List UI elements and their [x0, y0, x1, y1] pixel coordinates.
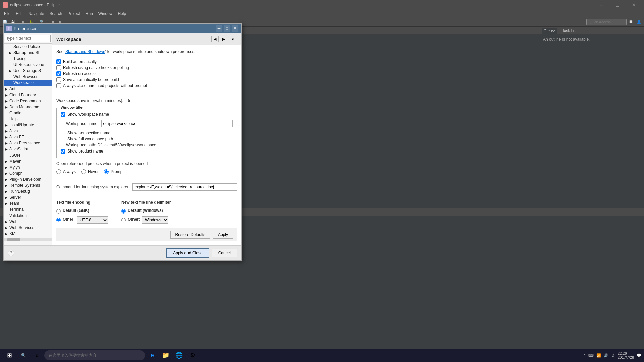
menu-search[interactable]: Search — [47, 11, 65, 17]
radio-default-windows[interactable] — [121, 209, 126, 214]
refresh-on-access-checkbox[interactable] — [56, 71, 61, 76]
tree-item-remote-systems[interactable]: ▶Remote Systems — [4, 182, 52, 188]
menu-help[interactable]: Help — [115, 11, 129, 17]
tree-item-run-debug[interactable]: ▶Run/Debug — [4, 188, 52, 194]
tree-item-maven[interactable]: ▶Maven — [4, 158, 52, 164]
tree-item-mylyn[interactable]: ▶Mylyn — [4, 164, 52, 170]
show-product-checkbox[interactable] — [61, 149, 65, 154]
tree-item-service-policies[interactable]: Service Policie — [4, 44, 52, 50]
notification-icon[interactable]: 💬 — [637, 353, 641, 358]
tree-item-validation[interactable]: Validation — [4, 213, 52, 219]
maximize-button[interactable]: □ — [610, 0, 625, 10]
workspace-name-input[interactable] — [101, 120, 233, 127]
taskbar-app-chrome[interactable]: 🌐 — [173, 349, 185, 361]
tree-item-user-storage[interactable]: ▶User Storage S — [4, 68, 52, 74]
tree-item-gradle[interactable]: Gradle — [4, 110, 52, 116]
dialog-minimize[interactable]: ─ — [216, 25, 222, 32]
save-interval-input[interactable] — [126, 97, 237, 104]
person-btn[interactable]: 👤 — [635, 18, 643, 26]
menu-file[interactable]: File — [1, 11, 13, 17]
menu-window[interactable]: Window — [96, 11, 115, 17]
build-automatically-checkbox[interactable] — [56, 59, 61, 64]
show-perspective-checkbox[interactable] — [61, 131, 65, 135]
tree-item-install-update[interactable]: ▶Install/Update — [4, 122, 52, 128]
dialog-maximize[interactable]: □ — [224, 25, 230, 32]
tree-item-ant[interactable]: ▶Ant — [4, 86, 52, 92]
tree-item-tracing[interactable]: Tracing — [4, 56, 52, 62]
tree-item-web[interactable]: ▶Web — [4, 219, 52, 225]
radio-never[interactable] — [81, 169, 86, 174]
tree-item-data-management[interactable]: ▶Data Manageme — [4, 104, 52, 110]
tray-chevron[interactable]: ^ — [584, 353, 586, 357]
tree-item-cloud-foundry[interactable]: ▶Cloud Foundry — [4, 92, 52, 98]
tree-item-web-browser[interactable]: Web Browser — [4, 74, 52, 80]
apply-and-close-button[interactable]: Apply and Close — [166, 248, 209, 258]
tree-item-team[interactable]: ▶Team — [4, 200, 52, 206]
filter-input[interactable] — [5, 35, 51, 42]
preferences-icon: ⚙ — [6, 26, 12, 31]
tree-item-startup[interactable]: ▶Startup and SI — [4, 50, 52, 56]
save-before-build-checkbox[interactable] — [56, 77, 61, 82]
tree-item-java[interactable]: ▶Java — [4, 128, 52, 134]
show-full-path-checkbox[interactable] — [61, 137, 65, 141]
checkbox-refresh-native: Refresh using native hooks or polling — [56, 65, 237, 70]
menu-run[interactable]: Run — [83, 11, 96, 17]
arrow-icon: ▶ — [5, 99, 8, 103]
radio-always[interactable] — [56, 169, 61, 174]
perspective-btn[interactable]: 🔲 — [627, 18, 635, 26]
tree-item-code-recommender[interactable]: ▶Code Recommen… — [4, 98, 52, 104]
forward-button[interactable]: ▶ — [220, 36, 227, 42]
close-button[interactable]: ✕ — [626, 0, 641, 10]
cancel-button[interactable]: Cancel — [212, 249, 237, 257]
taskbar-app-settings[interactable]: ⚙ — [186, 349, 199, 361]
taskbar-app-explorer[interactable]: 📁 — [160, 349, 172, 361]
encoding-select[interactable]: UTF-8 UTF-16 ISO-8859-1 — [77, 216, 108, 224]
dialog-footer: ? Apply and Close Cancel — [4, 245, 241, 260]
taskbar-search-input[interactable] — [44, 350, 145, 360]
tree-item-javascript[interactable]: ▶JavaScript — [4, 146, 52, 152]
menu-project[interactable]: Project — [65, 11, 83, 17]
close-unrelated-checkbox[interactable] — [56, 83, 61, 88]
right-panel: Outline Task List An outline is not avai… — [540, 27, 644, 208]
tree-item-plugin-development[interactable]: ▶Plug-in Developm — [4, 176, 52, 182]
taskbar-app-ie[interactable]: e — [146, 349, 158, 361]
show-workspace-name-checkbox[interactable] — [61, 112, 65, 117]
taskbar-task-view[interactable]: ⧉ — [31, 349, 43, 361]
tree-item-json[interactable]: JSON — [4, 152, 52, 158]
radio-other-encoding[interactable] — [56, 218, 61, 222]
quick-access-input[interactable] — [586, 19, 627, 25]
menu-navigate[interactable]: Navigate — [25, 11, 47, 17]
dropdown-button[interactable]: ▼ — [229, 36, 237, 42]
tree-item-server[interactable]: ▶Server — [4, 194, 52, 200]
tree-item-xml[interactable]: ▶XML — [4, 231, 52, 237]
tab-outline[interactable]: Outline — [542, 28, 557, 34]
tree-item-java-persistence[interactable]: ▶Java Persistence — [4, 140, 52, 146]
tree-item-web-services[interactable]: ▶Web Services — [4, 225, 52, 231]
minimize-button[interactable]: ─ — [594, 0, 609, 10]
tree-item-oomph[interactable]: ▶Oomph — [4, 170, 52, 176]
dialog-close[interactable]: ✕ — [232, 25, 238, 32]
help-icon[interactable]: ? — [8, 250, 14, 256]
horizontal-scrollbar[interactable] — [4, 238, 52, 241]
radio-other-delimiter[interactable] — [121, 218, 126, 222]
tab-task-list[interactable]: Task List — [560, 28, 579, 33]
back-button[interactable]: ◀ — [211, 36, 219, 42]
delimiter-select[interactable]: Windows Unix Mac — [142, 216, 168, 224]
taskbar-search-icon[interactable]: 🔍 — [17, 349, 30, 361]
command-input[interactable] — [132, 183, 237, 191]
tree-item-help[interactable]: Help — [4, 116, 52, 122]
arrow-icon: ▶ — [5, 147, 8, 151]
tree-item-workspace[interactable]: Workspace — [4, 80, 52, 86]
tree-item-ui-responsiveness[interactable]: UI Responsivene — [4, 62, 52, 68]
tree-item-terminal[interactable]: Terminal — [4, 206, 52, 213]
refresh-native-checkbox[interactable] — [56, 65, 61, 70]
radio-prompt[interactable] — [104, 169, 109, 174]
startup-shutdown-link[interactable]: Startup and Shutdown — [65, 49, 105, 54]
tree-item-java-ee[interactable]: ▶Java EE — [4, 134, 52, 140]
apply-button[interactable]: Apply — [213, 231, 233, 239]
radio-default-gbk[interactable] — [56, 209, 61, 214]
default-gbk-label: Default (GBK) — [63, 208, 89, 213]
restore-defaults-button[interactable]: Restore Defaults — [170, 231, 210, 239]
menu-edit[interactable]: Edit — [13, 11, 25, 17]
start-button[interactable]: ⊞ — [3, 349, 16, 361]
